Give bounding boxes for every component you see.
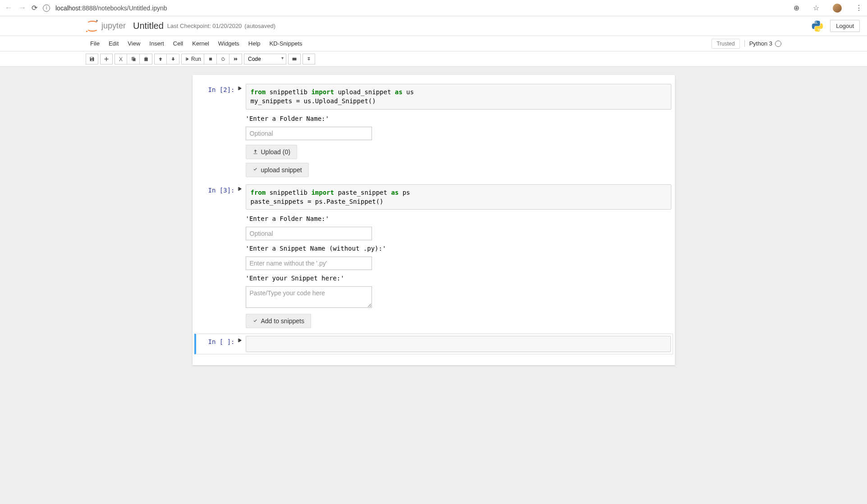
cell-prompt: In [3]:	[196, 184, 246, 330]
kernel-name: Python 3	[749, 40, 772, 47]
python-logo-icon	[811, 20, 824, 32]
toolbar: Run Code	[0, 51, 867, 67]
back-icon: ←	[5, 3, 13, 13]
menu-cell[interactable]: Cell	[169, 36, 188, 51]
jupyter-logo-icon	[86, 20, 99, 32]
run-button[interactable]: Run	[181, 54, 204, 64]
notebook-title[interactable]: Untitled	[133, 21, 164, 31]
save-button[interactable]	[86, 54, 98, 64]
upload-snippet-button[interactable]: upload snippet	[246, 163, 309, 177]
url-bar[interactable]: localhost:8888/notebooks/Untitled.ipynb	[55, 5, 167, 12]
folder-name-input[interactable]	[246, 127, 372, 140]
forward-icon: →	[18, 3, 26, 13]
run-cell-icon[interactable]	[238, 187, 242, 191]
menu-kd-snippets[interactable]: KD-Snippets	[265, 36, 307, 51]
code-input[interactable]: from snippetlib import paste_snippet as …	[246, 184, 671, 210]
code-cell[interactable]: In [ ]:	[194, 334, 673, 354]
output-label: 'Enter a Folder Name:'	[246, 113, 671, 124]
move-up-button[interactable]	[154, 54, 167, 64]
star-icon[interactable]: ☆	[813, 4, 819, 12]
add-to-snippets-label: Add to snippets	[261, 317, 305, 325]
cut-button[interactable]	[115, 54, 127, 64]
add-to-snippets-button[interactable]: Add to snippets	[246, 314, 312, 328]
code-cell[interactable]: In [3]: from snippetlib import paste_sni…	[194, 183, 673, 332]
move-down-button[interactable]	[167, 54, 179, 64]
site-info-icon[interactable]: i	[43, 5, 50, 12]
autosaved-text: (autosaved)	[244, 23, 275, 29]
restart-button[interactable]	[217, 54, 229, 64]
output-label: 'Enter a Snippet Name (without .py):'	[246, 243, 671, 254]
menu-help[interactable]: Help	[244, 36, 265, 51]
code-input[interactable]	[246, 336, 671, 352]
jupyter-header: jupyter Untitled Last Checkpoint: 01/20/…	[0, 16, 867, 36]
menu-file[interactable]: File	[86, 36, 104, 51]
upload-snippet-label: upload snippet	[261, 166, 302, 174]
jupyter-logo-text: jupyter	[101, 21, 126, 31]
upload-button[interactable]: Upload (0)	[246, 145, 297, 159]
command-palette-button[interactable]	[288, 54, 301, 64]
prompt-text: In [ ]:	[208, 338, 234, 345]
svg-rect-1	[293, 58, 297, 60]
avatar[interactable]	[833, 4, 842, 13]
kernel-status-icon	[775, 41, 781, 47]
reload-icon[interactable]: ⟳	[32, 4, 37, 12]
run-cell-icon[interactable]	[238, 338, 242, 343]
prompt-text: In [2]:	[208, 86, 234, 93]
output-label: 'Enter your Snippet here:'	[246, 273, 671, 284]
snippet-code-textarea[interactable]	[246, 286, 372, 308]
snippet-name-input[interactable]	[246, 257, 372, 270]
jupyter-logo[interactable]: jupyter	[86, 20, 126, 32]
kebab-menu-icon[interactable]: ⋮	[855, 4, 862, 12]
cell-prompt: In [2]:	[196, 84, 246, 179]
svg-rect-0	[209, 58, 212, 60]
upload-button-label: Upload (0)	[261, 148, 290, 156]
collapse-button[interactable]	[303, 54, 315, 64]
cell-output: 'Enter a Folder Name:' 'Enter a Snippet …	[246, 210, 671, 330]
kernel-indicator[interactable]: Python 3	[744, 40, 781, 47]
logout-button[interactable]: Logout	[830, 20, 860, 32]
notebook-background: In [2]: from snippetlib import upload_sn…	[0, 67, 867, 504]
cell-output: 'Enter a Folder Name:' Upload (0) upload…	[246, 110, 671, 179]
menubar: File Edit View Insert Cell Kernel Widget…	[0, 36, 867, 51]
checkpoint-text: Last Checkpoint: 01/20/2020	[167, 23, 242, 29]
notebook: In [2]: from snippetlib import upload_sn…	[193, 75, 675, 365]
interrupt-button[interactable]	[204, 54, 217, 64]
folder-name-input[interactable]	[246, 227, 372, 240]
menu-widgets[interactable]: Widgets	[214, 36, 244, 51]
run-label: Run	[191, 56, 201, 62]
code-input[interactable]: from snippetlib import upload_snippet as…	[246, 84, 671, 110]
url-path: :8888/notebooks/Untitled.ipynb	[80, 5, 167, 12]
add-cell-button[interactable]	[100, 54, 113, 64]
browser-chrome: ← → ⟳ i localhost:8888/notebooks/Untitle…	[0, 0, 867, 16]
prompt-text: In [3]:	[208, 187, 234, 194]
run-cell-icon[interactable]	[238, 86, 242, 91]
menu-view[interactable]: View	[123, 36, 145, 51]
code-cell[interactable]: In [2]: from snippetlib import upload_sn…	[194, 82, 673, 181]
zoom-icon[interactable]: ⊕	[794, 4, 799, 12]
trusted-badge[interactable]: Trusted	[711, 39, 739, 49]
restart-run-all-button[interactable]	[229, 54, 242, 64]
url-host: localhost	[55, 5, 80, 12]
menu-insert[interactable]: Insert	[145, 36, 169, 51]
cell-type-select[interactable]: Code	[244, 54, 286, 64]
menu-kernel[interactable]: Kernel	[188, 36, 214, 51]
cell-prompt: In [ ]:	[196, 336, 246, 352]
copy-button[interactable]	[127, 54, 140, 64]
output-label: 'Enter a Folder Name:'	[246, 213, 671, 224]
menu-edit[interactable]: Edit	[104, 36, 123, 51]
paste-button[interactable]	[140, 54, 152, 64]
